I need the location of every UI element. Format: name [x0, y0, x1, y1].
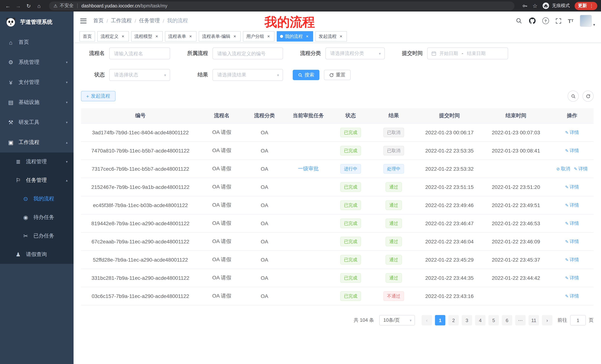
- user-menu[interactable]: ▾: [580, 15, 595, 27]
- tab-tag[interactable]: 流程表单 ×: [165, 31, 197, 42]
- start-process-button[interactable]: + 发起流程: [81, 91, 115, 101]
- process-definition-input[interactable]: [212, 48, 283, 59]
- sidebar-item-infrastructure[interactable]: ▤ 基础设施 ▾: [0, 92, 74, 112]
- bookmark-star-icon[interactable]: ☆: [532, 2, 538, 9]
- sidebar-item-payment[interactable]: ¥ 支付管理 ▾: [0, 72, 74, 92]
- url-text[interactable]: dashboard.yudao.iocoder.cn/bpm/task/my: [81, 3, 168, 8]
- close-icon[interactable]: ×: [154, 34, 159, 39]
- fullscreen-icon[interactable]: [555, 18, 561, 24]
- page-size-select[interactable]: 10条/页 ▾: [379, 315, 415, 326]
- page-button[interactable]: 3: [462, 315, 472, 326]
- date-range-picker[interactable]: 开始日期 - 结束日期: [427, 48, 508, 59]
- font-size-icon[interactable]: TT: [568, 18, 573, 24]
- close-icon[interactable]: ×: [232, 34, 237, 39]
- close-icon[interactable]: ×: [188, 34, 193, 39]
- task-link[interactable]: 一级审批: [298, 165, 319, 172]
- tab-tag[interactable]: 流程表单-编辑 ×: [199, 31, 241, 42]
- security-label[interactable]: 不安全: [60, 3, 74, 9]
- end-date-placeholder[interactable]: 结束日期: [467, 50, 485, 57]
- logo[interactable]: 芋道管理系统: [0, 11, 74, 32]
- status-select[interactable]: 请选择状态 ▾: [109, 69, 170, 81]
- incognito-icon: [542, 2, 549, 9]
- cell-current-task: 一级审批: [285, 160, 331, 178]
- page-button[interactable]: 2: [448, 315, 459, 326]
- detail-action[interactable]: ✎详情: [565, 184, 579, 190]
- page-button[interactable]: 5: [489, 315, 499, 326]
- pagination: 共 104 条 10条/页 ▾ ‹ 123456⋯11 › 前往 页: [81, 315, 594, 326]
- breadcrumb-workflow[interactable]: 工作流程: [111, 18, 132, 24]
- detail-label: 详情: [570, 202, 579, 208]
- tab-tag[interactable]: 首页: [80, 31, 95, 42]
- detail-action[interactable]: ✎详情: [574, 166, 588, 172]
- tab-tag[interactable]: 流程模型 ×: [131, 31, 163, 42]
- page-button[interactable]: ⋯: [515, 315, 526, 326]
- start-date-placeholder[interactable]: 开始日期: [440, 50, 458, 57]
- prev-page-button[interactable]: ‹: [421, 315, 432, 326]
- refresh-table-button[interactable]: [582, 91, 594, 102]
- detail-action[interactable]: ✎详情: [565, 293, 579, 299]
- help-icon[interactable]: ?: [542, 18, 549, 24]
- sidebar-item-done-tasks[interactable]: ✂ 已办任务: [0, 227, 74, 245]
- cell-actions: ⊘ ✎详情: [551, 142, 594, 160]
- page-button[interactable]: 6: [502, 315, 512, 326]
- tab-tag[interactable]: 流程定义 ×: [97, 31, 129, 42]
- result-select[interactable]: 请选择流结果 ▾: [212, 69, 283, 81]
- close-icon[interactable]: ×: [338, 34, 344, 39]
- browser-home-icon[interactable]: ⌂: [35, 2, 43, 10]
- sidebar-item-workflow[interactable]: ▣ 工作流程 ▴: [0, 133, 74, 153]
- search-toggle-button[interactable]: [568, 91, 579, 102]
- close-icon[interactable]: ×: [305, 34, 310, 39]
- cancel-action[interactable]: ⊘取消: [556, 166, 570, 172]
- cell-result: 已取消: [370, 142, 418, 160]
- forward-icon[interactable]: →: [14, 2, 22, 10]
- result-badge: 通过: [386, 200, 402, 210]
- page-button[interactable]: 11: [529, 315, 539, 326]
- edit-icon: ✎: [565, 203, 569, 208]
- cell-process-name: OA 请假: [200, 178, 244, 196]
- detail-action[interactable]: ✎详情: [565, 129, 579, 136]
- search-icon[interactable]: [515, 18, 522, 24]
- sidebar-item-devtools[interactable]: ⚒ 研发工具 ▾: [0, 112, 74, 133]
- sidebar-item-system[interactable]: ⚙ 系统管理 ▾: [0, 52, 74, 72]
- detail-action[interactable]: ✎详情: [565, 238, 579, 245]
- avatar[interactable]: [580, 15, 592, 27]
- sidebar-item-task-management[interactable]: ⚐ 任务管理 ▴: [0, 171, 74, 190]
- next-page-button[interactable]: ›: [542, 315, 552, 326]
- key-icon[interactable]: [522, 3, 528, 9]
- category-select[interactable]: 请选择流程分类 ▾: [325, 48, 385, 59]
- page-button[interactable]: 1: [435, 315, 445, 326]
- address-bar[interactable]: ⚠ 不安全 dashboard.yudao.iocoder.cn/bpm/tas…: [49, 1, 514, 10]
- detail-action[interactable]: ✎详情: [565, 202, 579, 208]
- tab-tag[interactable]: 我的流程 ×: [277, 31, 313, 42]
- close-icon[interactable]: ×: [120, 34, 126, 39]
- page-button[interactable]: 4: [475, 315, 485, 326]
- detail-action[interactable]: ✎详情: [565, 257, 579, 263]
- cell-process-name: OA 请假: [200, 233, 244, 250]
- hamburger-icon[interactable]: [80, 17, 87, 25]
- back-icon[interactable]: ←: [4, 2, 12, 10]
- github-icon[interactable]: [528, 17, 536, 25]
- reload-icon[interactable]: ↻: [25, 2, 33, 10]
- sidebar-item-my-process[interactable]: ⊙ 我的流程: [0, 190, 74, 208]
- detail-action[interactable]: ✎详情: [565, 275, 579, 281]
- update-button[interactable]: 更新 ⋮: [575, 2, 597, 10]
- breadcrumb-home[interactable]: 首页: [93, 18, 104, 24]
- sidebar-item-todo-tasks[interactable]: ◉ 待办任务: [0, 208, 74, 227]
- detail-action[interactable]: ✎详情: [565, 220, 579, 227]
- breadcrumb-task-management[interactable]: 任务管理: [139, 18, 160, 24]
- app: 芋道管理系统 ⌂ 首页 ⚙ 系统管理 ▾ ¥ 支付管理 ▾ ▤ 基础设施 ▾: [0, 11, 601, 364]
- cell-actions: ⊘ ✎详情: [551, 124, 594, 141]
- search-button[interactable]: 搜索: [293, 70, 320, 80]
- cell-process-id: 67c2eaab-7b9a-11ec-a290-acde48001122: [81, 233, 200, 250]
- close-icon[interactable]: ×: [266, 34, 271, 39]
- menu-kebab-icon[interactable]: ⋮: [589, 3, 594, 9]
- reset-button[interactable]: 重置: [324, 70, 351, 80]
- sidebar-item-home[interactable]: ⌂ 首页: [0, 32, 74, 52]
- sidebar-item-process-management[interactable]: ≣ 流程管理 ▾: [0, 153, 74, 171]
- sidebar-item-leave-query[interactable]: ♟ 请假查询: [0, 245, 74, 264]
- goto-page-input[interactable]: [570, 315, 586, 326]
- tab-tag[interactable]: 发起流程 ×: [315, 31, 347, 42]
- tab-tag[interactable]: 用户分组 ×: [243, 31, 274, 42]
- detail-action[interactable]: ✎详情: [565, 147, 579, 154]
- process-name-input[interactable]: [109, 48, 170, 59]
